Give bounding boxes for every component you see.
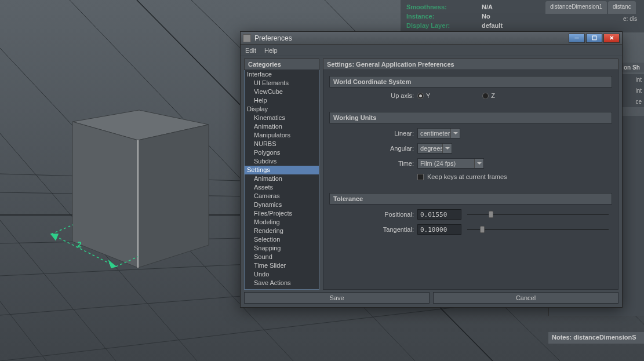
- category-interface[interactable]: Interface: [245, 70, 319, 79]
- bg-tab-2[interactable]: distanc: [608, 1, 636, 14]
- positional-input[interactable]: 0.01550: [417, 209, 461, 220]
- chevron-down-icon: [474, 159, 483, 168]
- preferences-dialog: Preferences ─ ☐ ✕ Edit Help Categories I…: [240, 31, 623, 308]
- time-label: Time:: [333, 160, 414, 167]
- angular-label: Angular:: [333, 145, 414, 152]
- category-subdivs[interactable]: Subdivs: [245, 157, 319, 166]
- category-help[interactable]: Help: [245, 96, 319, 105]
- app-icon: [243, 34, 251, 42]
- categories-header: Categories: [244, 59, 319, 70]
- group-title-tolerance: Tolerance: [329, 193, 612, 205]
- up-axis-z-radio[interactable]: Z: [482, 92, 495, 99]
- up-axis-y-radio[interactable]: Y: [417, 92, 430, 99]
- tangential-input[interactable]: 0.10000: [417, 224, 461, 235]
- cube-geometry: [72, 110, 209, 268]
- chevron-down-icon: [450, 129, 460, 138]
- cancel-button[interactable]: Cancel: [433, 292, 618, 304]
- linear-label: Linear:: [333, 130, 414, 137]
- category-settings[interactable]: Settings: [245, 166, 319, 174]
- group-world-coordinate-system: World Coordinate System Up axis: Y Z: [329, 76, 612, 106]
- tangential-label: Tangential:: [333, 226, 414, 233]
- group-working-units: Working Units Linear: centimeter Angular…: [329, 112, 612, 187]
- bg-notes-header: Notes: distanceDimensionS: [548, 332, 644, 344]
- categories-list[interactable]: InterfaceUI ElementsViewCubeHelpDisplayK…: [244, 70, 319, 290]
- minimize-button[interactable]: ─: [569, 34, 585, 43]
- category-undo[interactable]: Undo: [245, 270, 319, 279]
- time-select[interactable]: Film (24 fps): [417, 158, 484, 169]
- category-ui-elements[interactable]: UI Elements: [245, 79, 319, 87]
- category-manipulators[interactable]: Manipulators: [245, 131, 319, 140]
- group-tolerance: Tolerance Positional: 0.01550 Tangential…: [329, 193, 612, 242]
- group-title-units: Working Units: [329, 112, 612, 123]
- svg-marker-22: [51, 234, 58, 240]
- angular-select[interactable]: degrees: [417, 143, 452, 154]
- svg-marker-19: [138, 125, 209, 268]
- category-rendering[interactable]: Rendering: [245, 227, 319, 235]
- category-polygons[interactable]: Polygons: [245, 148, 319, 157]
- category-nurbs[interactable]: NURBS: [245, 140, 319, 148]
- category-kinematics[interactable]: Kinematics: [245, 114, 319, 122]
- menu-edit[interactable]: Edit: [245, 47, 256, 54]
- menu-help[interactable]: Help: [264, 47, 278, 54]
- category-animation[interactable]: Animation: [245, 174, 319, 183]
- close-button[interactable]: ✕: [603, 34, 620, 43]
- dimension-value: 2: [77, 240, 82, 249]
- category-display[interactable]: Display: [245, 105, 319, 114]
- category-files-projects[interactable]: Files/Projects: [245, 209, 319, 218]
- tangential-slider[interactable]: [467, 225, 609, 234]
- settings-header: Settings: General Application Preference…: [323, 59, 618, 70]
- category-animation[interactable]: Animation: [245, 122, 319, 131]
- category-assets[interactable]: Assets: [245, 183, 319, 192]
- category-modeling[interactable]: Modeling: [245, 218, 319, 227]
- category-viewcube[interactable]: ViewCube: [245, 87, 319, 96]
- dialog-titlebar[interactable]: Preferences ─ ☐ ✕: [241, 32, 622, 45]
- category-cameras[interactable]: Cameras: [245, 192, 319, 200]
- category-snapping[interactable]: Snapping: [245, 244, 319, 253]
- chevron-down-icon: [442, 144, 452, 153]
- up-axis-label: Up axis:: [333, 92, 414, 99]
- dialog-title: Preferences: [254, 34, 569, 42]
- category-dynamics[interactable]: Dynamics: [245, 200, 319, 209]
- svg-line-14: [0, 301, 46, 361]
- dialog-menubar: Edit Help: [241, 45, 622, 56]
- maximize-button[interactable]: ☐: [586, 34, 602, 43]
- category-time-slider[interactable]: Time Slider: [245, 261, 319, 270]
- group-title-wcs: World Coordinate System: [329, 76, 612, 87]
- svg-marker-18: [72, 122, 138, 268]
- bg-tab-1[interactable]: distanceDimension1: [545, 1, 607, 14]
- positional-slider[interactable]: [467, 210, 609, 219]
- category-selection[interactable]: Selection: [245, 235, 319, 244]
- category-sound[interactable]: Sound: [245, 253, 319, 261]
- svg-line-24: [51, 225, 73, 234]
- svg-marker-23: [109, 261, 116, 268]
- category-save-actions[interactable]: Save Actions: [245, 279, 319, 287]
- save-button[interactable]: Save: [244, 292, 430, 304]
- keep-keys-checkbox[interactable]: Keep keys at current frames: [417, 173, 507, 180]
- linear-select[interactable]: centimeter: [417, 128, 460, 138]
- positional-label: Positional:: [333, 211, 414, 218]
